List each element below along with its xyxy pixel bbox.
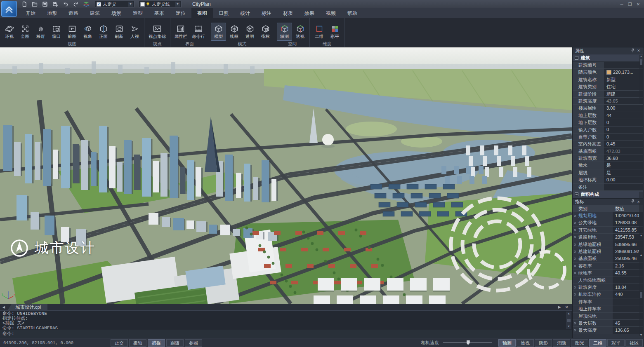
indicator-row[interactable]: 最大层数45 (573, 320, 643, 327)
scroll-down-icon[interactable]: ▼ (640, 234, 643, 237)
indicator-row[interactable]: 基底面积250395.46 (573, 255, 643, 262)
view-toggle-3[interactable]: 消隐 (553, 339, 570, 347)
snap-toggle-3[interactable]: 跟随 (166, 339, 184, 347)
ribbon-button-perspective[interactable]: 透视 (293, 23, 308, 41)
indicator-row[interactable]: 人均绿地面积 (573, 277, 643, 284)
indicator-row[interactable]: 最大高度136.65 (573, 327, 643, 334)
color-swatch[interactable] (606, 70, 611, 75)
scroll-up-icon[interactable]: ▲ (640, 55, 643, 58)
linetype-combo[interactable]: 未定义线 ▼ (139, 1, 182, 7)
view-toggle-4[interactable]: 阳光 (571, 339, 588, 347)
scroll-up-icon[interactable]: ▲ (640, 253, 643, 256)
undo-button[interactable] (62, 1, 69, 7)
command-scrollbar[interactable]: ▲ ▼ (566, 312, 571, 329)
property-value[interactable]: 0.00 (604, 176, 643, 183)
tab-scroll-left-icon[interactable]: ◀ (0, 305, 7, 309)
property-value[interactable]: 0 (604, 127, 643, 133)
ribbon-tab-9[interactable]: 日照 (213, 8, 234, 18)
snap-toggle-1[interactable]: 极轴 (129, 339, 146, 347)
scrollbar-thumb[interactable] (567, 319, 571, 322)
minimize-button[interactable]: ─ (618, 2, 626, 7)
snap-toggle-2[interactable]: 捕捉 (148, 339, 165, 347)
property-value[interactable]: 住宅 (604, 83, 643, 90)
ribbon-tab-4[interactable]: 场景 (106, 8, 127, 18)
snap-toggle-4[interactable]: 参照 (185, 339, 202, 347)
layer-combo[interactable]: ✓ 未定义 ▼ (95, 1, 134, 7)
tab-close-icon[interactable]: ✕ (565, 305, 569, 309)
view-toggle-2[interactable]: 阴影 (535, 339, 552, 347)
layers-button[interactable] (83, 1, 90, 7)
property-value[interactable]: 36.68 (604, 155, 643, 162)
ribbon-tab-15[interactable]: 帮助 (342, 8, 363, 18)
collapse-icon[interactable] (575, 192, 578, 196)
command-history[interactable]: ▲ ▼ 命令: UNHIDEBYONE指定拉伸点:<捕捉 关>命令: START… (0, 310, 572, 330)
ribbon-tab-6[interactable]: 基本 (149, 8, 170, 18)
chevron-down-icon[interactable]: ▼ (128, 2, 133, 7)
pin-icon[interactable] (630, 48, 636, 54)
ribbon-tab-3[interactable]: 建筑 (84, 8, 106, 18)
maximize-button[interactable]: ❐ (626, 2, 634, 7)
indicator-row[interactable]: 机动车泊位440 (573, 291, 643, 298)
close-panel-icon[interactable]: ✕ (636, 49, 642, 53)
scrollbar-thumb[interactable] (640, 292, 642, 298)
snap-toggle-0[interactable]: 正交 (111, 339, 128, 347)
view-toggle-6[interactable]: 彩平 (607, 339, 625, 347)
indicator-row[interactable]: 建筑密度18.84 (573, 284, 643, 291)
property-value[interactable]: 44 (604, 112, 643, 119)
indicators-scrollbar[interactable]: ▲ ▼ (639, 253, 643, 336)
property-value[interactable]: 新型 (604, 76, 643, 83)
viewport-3d-canvas[interactable]: 城市设计 xy (0, 47, 572, 304)
indicator-row[interactable]: 规划用地1329210.40 (573, 212, 643, 219)
save-button[interactable] (41, 1, 49, 7)
ribbon-tab-7[interactable]: 定位 (170, 8, 191, 18)
chevron-down-icon[interactable]: ▼ (175, 2, 180, 7)
pin-icon[interactable] (630, 199, 636, 204)
indicator-row[interactable]: 其它绿地412155.85 (573, 227, 643, 234)
ribbon-button-orbit[interactable]: 环视 (2, 23, 17, 41)
indicator-row[interactable]: 总绿地面积538995.66 (573, 241, 643, 248)
ribbon-button-viewpoint-collection[interactable]: 视点集锦 (146, 23, 168, 41)
ribbon-button-cube-wireframe[interactable]: 线框 (226, 23, 242, 41)
view-toggle-7[interactable]: 社区 (625, 339, 643, 347)
ribbon-tab-0[interactable]: 开始 (20, 8, 41, 18)
view-toggle-0[interactable]: 轴测 (498, 339, 516, 347)
ribbon-button-axonometric[interactable]: 轴测 (277, 23, 292, 41)
layer-visibility-checkbox[interactable]: ✓ (97, 2, 101, 7)
save-as-button[interactable] (52, 1, 59, 7)
property-value[interactable]: 0 (604, 119, 643, 126)
ribbon-tab-14[interactable]: 视频 (320, 8, 342, 18)
redo-button[interactable] (72, 1, 80, 7)
tab-scroll-right-icon[interactable]: ▶ (558, 305, 561, 309)
ribbon-button-fit-all[interactable]: 全图 (17, 23, 33, 41)
ribbon-button-cube-indicator[interactable]: 指标 (258, 23, 273, 41)
property-value[interactable]: 220,173... (604, 69, 643, 75)
scroll-down-icon[interactable]: ▼ (640, 333, 643, 336)
app-logo[interactable] (1, 1, 17, 17)
property-value[interactable] (604, 62, 643, 68)
ribbon-button-view-angle[interactable]: 视角 (80, 23, 95, 41)
indicator-row[interactable]: 停车率 (573, 298, 643, 305)
ribbon-button-cube-transparent[interactable]: 透明 (242, 23, 257, 41)
scrollbar-thumb[interactable] (640, 59, 642, 65)
slider-thumb[interactable] (467, 340, 470, 345)
scroll-up-icon[interactable]: ▲ (568, 312, 569, 317)
indicator-row[interactable]: 绿地率40.55 (573, 270, 643, 277)
property-value[interactable]: 43.65 (604, 98, 643, 104)
property-value[interactable]: 0.45 (604, 141, 643, 147)
section-header-area-composition[interactable]: 面积构成 (573, 191, 643, 198)
ribbon-tab-10[interactable]: 核计 (234, 8, 256, 18)
linetype-color-swatch[interactable] (140, 2, 145, 7)
ribbon-tab-8[interactable]: 视图 (191, 8, 213, 18)
ribbon-button-previous-view[interactable]: 前图 (64, 23, 80, 41)
ribbon-button-front-view[interactable]: 正面 (96, 23, 111, 41)
ribbon-button-color-plan[interactable]: 彩平 (327, 23, 342, 41)
collapse-icon[interactable] (575, 56, 578, 60)
ribbon-button-pan[interactable]: 移屏 (33, 23, 48, 41)
ribbon-tab-13[interactable]: 效果 (299, 8, 320, 18)
indicator-row[interactable]: 屋顶绿地 (573, 313, 643, 320)
ribbon-button-command-line[interactable]: 命令行 (190, 23, 207, 41)
ribbon-tab-1[interactable]: 地形 (41, 8, 63, 18)
properties-scrollbar-bottom[interactable]: ▼ (639, 192, 643, 237)
properties-scrollbar[interactable]: ▲ (639, 55, 643, 104)
property-value[interactable]: 新建 (604, 91, 643, 97)
